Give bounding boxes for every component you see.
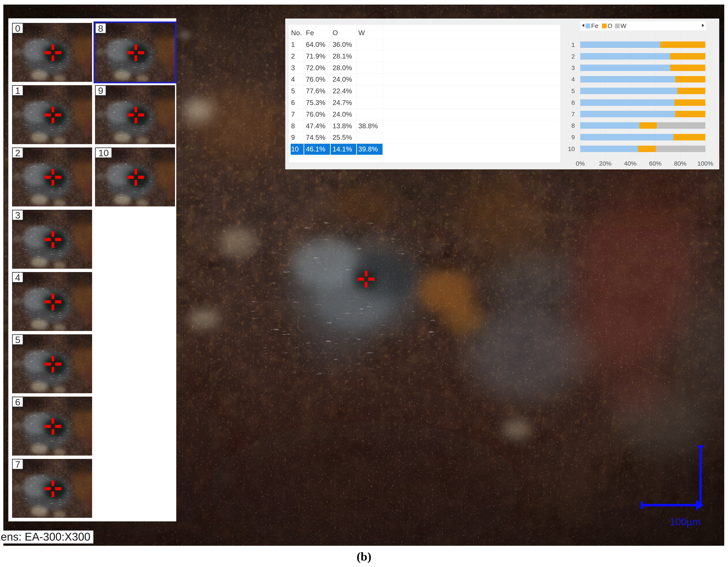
svg-text:100µm: 100µm	[670, 516, 701, 527]
